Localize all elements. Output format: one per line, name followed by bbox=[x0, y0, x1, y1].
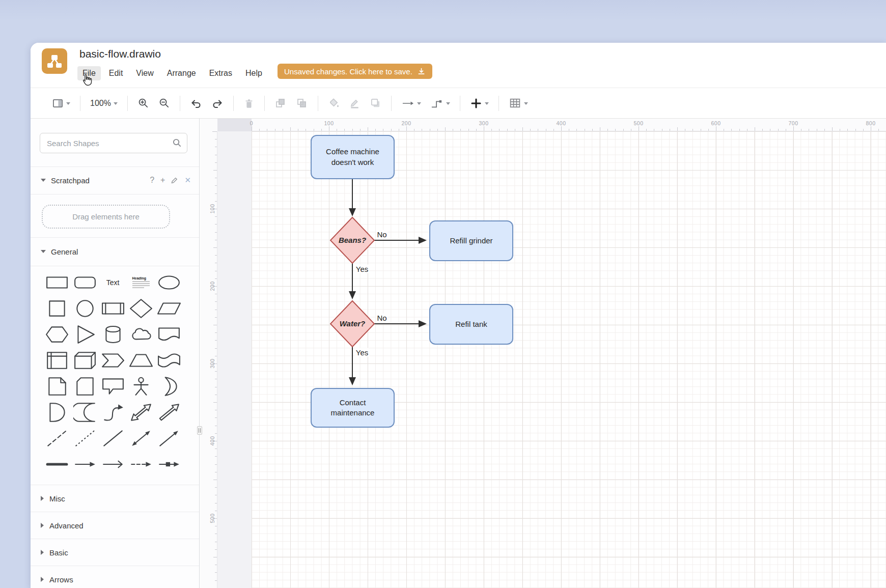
shape-hexagon[interactable] bbox=[43, 321, 71, 347]
flow-node-refil-tank[interactable]: Refil tank bbox=[429, 304, 513, 345]
insert-button[interactable] bbox=[470, 97, 489, 109]
shape-bidirectional-connector[interactable] bbox=[127, 425, 155, 451]
page-view-button[interactable] bbox=[52, 97, 70, 109]
divider bbox=[31, 266, 199, 266]
flow-node-refill-grinder[interactable]: Refill grinder bbox=[429, 220, 513, 261]
node-label: Water? bbox=[340, 319, 366, 329]
canvas-viewport[interactable]: NoYesNoYesCoffee machine doesn't workBea… bbox=[217, 131, 886, 588]
shape-square[interactable] bbox=[43, 295, 71, 321]
fill-color-button[interactable] bbox=[328, 97, 340, 109]
waypoints-button[interactable] bbox=[430, 98, 450, 109]
shape-data-storage[interactable] bbox=[71, 399, 99, 425]
flow-node-water-decision[interactable]: Water? bbox=[331, 301, 374, 346]
node-label: Refil tank bbox=[455, 319, 487, 329]
shapes-sidebar: Scratchpad ? + ✕ Drag elements here Gene… bbox=[31, 119, 200, 588]
shape-callout[interactable] bbox=[99, 373, 127, 399]
section-advanced[interactable]: Advanced bbox=[31, 512, 199, 539]
shape-step[interactable] bbox=[99, 347, 127, 373]
shape-directional-connector[interactable] bbox=[155, 425, 183, 451]
menu-edit[interactable]: Edit bbox=[104, 66, 128, 80]
flow-node-beans-decision[interactable]: Beans? bbox=[331, 218, 374, 263]
zoom-out-button[interactable] bbox=[158, 97, 170, 109]
shape-actor[interactable] bbox=[127, 373, 155, 399]
shape-bidirectional-arrow[interactable] bbox=[127, 399, 155, 425]
unsaved-changes-button[interactable]: Unsaved changes. Click here to save. bbox=[278, 64, 432, 79]
shape-diamond[interactable] bbox=[127, 295, 155, 321]
shape-ellipse[interactable] bbox=[155, 269, 183, 295]
menu-extras[interactable]: Extras bbox=[204, 66, 237, 80]
scratchpad-help-icon[interactable]: ? bbox=[150, 176, 154, 185]
shadow-button[interactable] bbox=[370, 97, 381, 109]
edge-label-yes[interactable]: Yes bbox=[355, 265, 369, 273]
shape-dotted-line[interactable] bbox=[71, 425, 99, 451]
shape-or[interactable] bbox=[155, 373, 183, 399]
edge-label-no[interactable]: No bbox=[376, 230, 387, 239]
table-button[interactable] bbox=[509, 97, 528, 109]
flow-node-contact[interactable]: Contact maintenance bbox=[311, 388, 395, 428]
shape-curve[interactable] bbox=[99, 399, 127, 425]
shape-and[interactable] bbox=[43, 399, 71, 425]
shape-textbox[interactable]: Heading bbox=[127, 269, 155, 295]
shape-triangle[interactable] bbox=[71, 321, 99, 347]
line-color-button[interactable] bbox=[349, 97, 361, 109]
to-front-button[interactable] bbox=[274, 97, 287, 109]
v-ruler-label: 100 bbox=[209, 204, 215, 213]
delete-button[interactable] bbox=[243, 98, 255, 109]
section-arrows[interactable]: Arrows bbox=[31, 566, 199, 588]
shape-dashed-line[interactable] bbox=[43, 425, 71, 451]
shape-line[interactable] bbox=[99, 425, 127, 451]
shape-parallelogram[interactable] bbox=[155, 295, 183, 321]
scratchpad-add-icon[interactable]: + bbox=[160, 176, 165, 185]
document-title: basic-flow.drawio bbox=[79, 48, 161, 60]
connection-style-button[interactable] bbox=[401, 98, 421, 109]
toolbar-separator bbox=[391, 96, 392, 111]
flow-node-start[interactable]: Coffee machine doesn't work bbox=[311, 135, 395, 179]
shape-trapezoid[interactable] bbox=[127, 347, 155, 373]
drop-zone-hint: Drag elements here bbox=[72, 212, 140, 221]
shape-arrow[interactable] bbox=[155, 399, 183, 425]
shape-arrow-connector[interactable] bbox=[71, 451, 99, 477]
shape-cylinder[interactable] bbox=[99, 321, 127, 347]
menu-file[interactable]: File bbox=[77, 66, 101, 80]
shape-rounded-rectangle[interactable] bbox=[71, 269, 99, 295]
redo-button[interactable] bbox=[211, 97, 224, 109]
shape-note[interactable] bbox=[43, 373, 71, 399]
scratchpad-edit-icon[interactable] bbox=[171, 177, 178, 184]
chevron-down-icon bbox=[66, 102, 70, 105]
scratchpad-close-icon[interactable]: ✕ bbox=[184, 176, 191, 185]
menu-help[interactable]: Help bbox=[240, 66, 267, 80]
scratchpad-drop-zone[interactable]: Drag elements here bbox=[42, 205, 170, 229]
edge-label-no[interactable]: No bbox=[376, 314, 387, 322]
shape-rectangle[interactable] bbox=[43, 269, 71, 295]
flowchart-layer: NoYesNoYesCoffee machine doesn't workBea… bbox=[217, 131, 886, 588]
shape-cube[interactable] bbox=[71, 347, 99, 373]
section-misc[interactable]: Misc bbox=[31, 485, 199, 512]
shape-link[interactable] bbox=[43, 451, 71, 477]
zoom-in-button[interactable] bbox=[137, 97, 149, 109]
shape-internal-storage[interactable] bbox=[43, 347, 71, 373]
shape-simple-arrow[interactable] bbox=[99, 451, 127, 477]
menu-view[interactable]: View bbox=[131, 66, 158, 80]
to-back-button[interactable] bbox=[296, 97, 308, 109]
shape-dashed-connector[interactable] bbox=[127, 451, 155, 477]
shape-labeled-arrow[interactable] bbox=[155, 451, 183, 477]
shape-tape[interactable] bbox=[155, 347, 183, 373]
shape-document[interactable] bbox=[155, 321, 183, 347]
zoom-level-dropdown[interactable]: 100% bbox=[90, 99, 118, 108]
section-general[interactable]: General bbox=[41, 237, 78, 266]
search-shapes-input[interactable] bbox=[40, 133, 187, 153]
menubar: FileEditViewArrangeExtrasHelp bbox=[77, 66, 267, 80]
shape-text[interactable]: Text bbox=[99, 269, 127, 295]
shape-cloud[interactable] bbox=[127, 321, 155, 347]
section-basic[interactable]: Basic bbox=[31, 539, 199, 566]
scratchpad-section[interactable]: Scratchpad ? + ✕ bbox=[41, 166, 191, 194]
shape-card[interactable] bbox=[71, 373, 99, 399]
toolbar-separator bbox=[460, 96, 460, 111]
shape-process[interactable] bbox=[99, 295, 127, 321]
menu-arrange[interactable]: Arrange bbox=[162, 66, 201, 80]
shape-circle[interactable] bbox=[71, 295, 99, 321]
undo-button[interactable] bbox=[190, 97, 202, 109]
search-icon[interactable] bbox=[172, 138, 182, 148]
edge-label-yes[interactable]: Yes bbox=[355, 348, 369, 357]
sidebar-resize-handle[interactable] bbox=[197, 426, 202, 435]
